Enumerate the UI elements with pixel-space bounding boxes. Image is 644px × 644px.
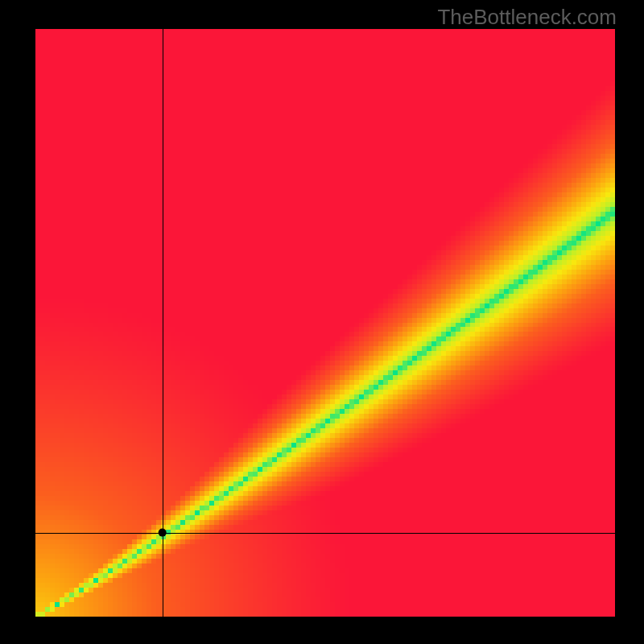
watermark-text: TheBottleneck.com [437, 5, 617, 30]
heatmap-plot [35, 29, 615, 617]
heatmap-canvas [35, 29, 615, 617]
page-frame: TheBottleneck.com [0, 0, 644, 644]
